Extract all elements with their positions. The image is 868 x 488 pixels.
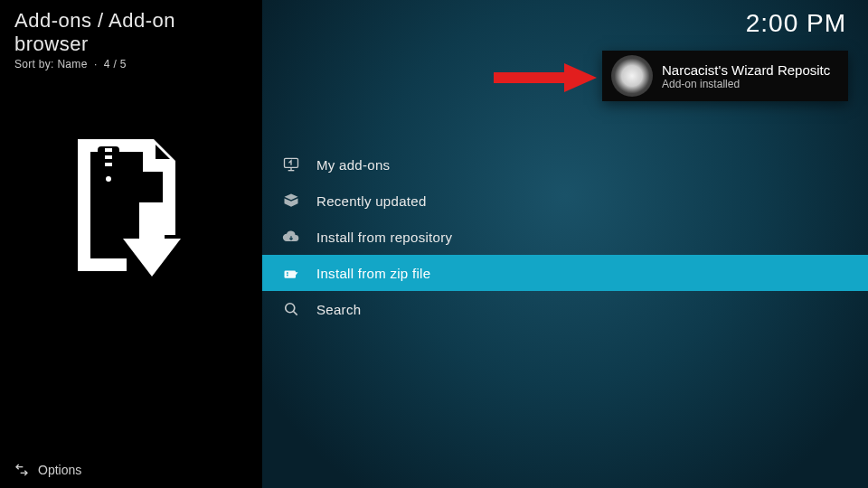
clock-label: 2:00 PM bbox=[746, 9, 846, 38]
menu-item-install-repo[interactable]: Install from repository bbox=[262, 219, 868, 255]
sidebar: Add-ons / Add-on browser Sort by: Name ·… bbox=[0, 0, 262, 488]
options-button[interactable]: Options bbox=[14, 463, 81, 477]
menu-label: My add-ons bbox=[316, 157, 390, 173]
sort-value: Name bbox=[57, 58, 87, 70]
monitor-icon bbox=[282, 155, 300, 174]
svg-rect-14 bbox=[287, 272, 288, 274]
svg-point-5 bbox=[106, 176, 111, 182]
search-icon bbox=[282, 300, 300, 318]
svg-line-17 bbox=[294, 312, 297, 315]
annotation-arrow-icon bbox=[490, 60, 599, 96]
svg-point-16 bbox=[286, 304, 295, 313]
menu-item-my-addons[interactable]: My add-ons bbox=[262, 146, 868, 183]
sort-line: Sort by: Name · 4 / 5 bbox=[14, 58, 248, 70]
addon-menu: My add-ons Recently updated Install from… bbox=[262, 146, 868, 327]
toast-thumbnail bbox=[611, 55, 653, 97]
menu-item-search[interactable]: Search bbox=[262, 291, 868, 327]
options-label: Options bbox=[38, 463, 81, 477]
notification-toast: Narcacist's Wizard Repositc Add-on insta… bbox=[602, 51, 848, 101]
breadcrumb: Add-ons / Add-on browser Sort by: Name ·… bbox=[0, 0, 262, 70]
category-graphic bbox=[0, 134, 262, 278]
toast-subtitle: Add-on installed bbox=[662, 78, 830, 90]
svg-rect-13 bbox=[285, 271, 297, 278]
cloud-down-icon bbox=[282, 228, 300, 246]
svg-rect-1 bbox=[105, 148, 112, 152]
menu-label: Recently updated bbox=[316, 193, 427, 209]
zip-download-icon bbox=[72, 134, 190, 278]
menu-item-recently-updated[interactable]: Recently updated bbox=[262, 183, 868, 219]
svg-rect-15 bbox=[287, 275, 288, 277]
box-open-icon bbox=[282, 192, 300, 210]
position-indicator: 4 / 5 bbox=[104, 58, 127, 70]
sort-prefix: Sort by: bbox=[14, 58, 54, 70]
options-icon bbox=[14, 463, 29, 477]
zip-file-icon bbox=[282, 264, 300, 282]
menu-label: Install from repository bbox=[316, 230, 452, 245]
svg-marker-7 bbox=[123, 239, 181, 277]
menu-label: Install from zip file bbox=[316, 266, 430, 281]
main-panel: 2:00 PM My add-ons Recently updated Inst… bbox=[262, 0, 868, 488]
menu-label: Search bbox=[316, 302, 361, 317]
breadcrumb-text: Add-ons / Add-on browser bbox=[14, 9, 248, 56]
toast-body: Narcacist's Wizard Repositc Add-on insta… bbox=[653, 62, 830, 90]
toast-title: Narcacist's Wizard Repositc bbox=[662, 62, 830, 78]
sort-sep: · bbox=[94, 58, 98, 70]
svg-rect-2 bbox=[105, 155, 112, 159]
svg-rect-6 bbox=[139, 202, 165, 239]
svg-rect-3 bbox=[105, 163, 112, 166]
svg-marker-19 bbox=[564, 63, 597, 92]
menu-item-install-zip[interactable]: Install from zip file bbox=[262, 255, 868, 291]
